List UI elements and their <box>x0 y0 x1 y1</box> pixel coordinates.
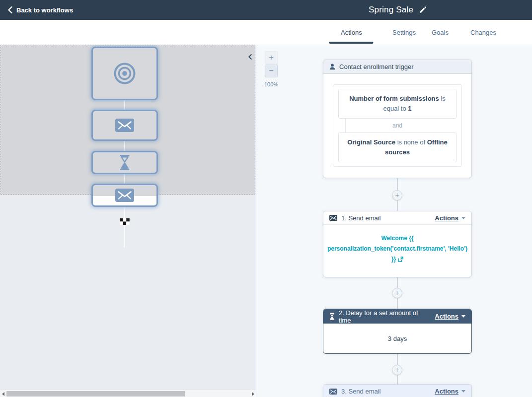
zoom-out-button[interactable]: − <box>265 65 278 77</box>
trigger-condition-2: Original Source is none of Offline sourc… <box>338 132 456 162</box>
workflow-title: Spring Sale <box>369 5 413 15</box>
tab-actions-label: Actions <box>341 29 362 36</box>
trigger-card-title: Contact enrollment trigger <box>339 63 414 70</box>
step-1-send-email-card[interactable]: 1. Send email Actions Welcome {{ persona… <box>323 211 472 277</box>
hourglass-icon <box>329 313 335 320</box>
add-action-button[interactable]: + <box>392 365 402 375</box>
logic-operator-label: and <box>392 122 402 129</box>
envelope-icon <box>329 389 337 395</box>
toolbar: Actions Settings Goals Changes Alerts De… <box>0 20 532 45</box>
envelope-icon <box>115 189 134 202</box>
step-3-actions-menu[interactable]: Actions <box>435 388 465 395</box>
zoom-level: 100% <box>260 81 282 87</box>
tab-goals-label: Goals <box>432 29 449 36</box>
step-2-delay-card[interactable]: 2. Delay for a set amount of time Action… <box>323 309 472 354</box>
step-3-send-email-card[interactable]: 3. Send email Actions <box>323 384 472 397</box>
add-action-button[interactable]: + <box>392 288 402 298</box>
tab-goals[interactable]: Goals <box>432 20 449 45</box>
minimap-panel <box>0 45 256 397</box>
delay-duration: 3 days <box>323 324 471 354</box>
envelope-icon <box>115 119 134 132</box>
horizontal-scrollbar <box>0 390 256 397</box>
collapse-minimap-button[interactable] <box>248 53 252 62</box>
external-link-icon <box>398 257 403 262</box>
tab-actions[interactable]: Actions <box>341 20 362 45</box>
caret-down-icon <box>461 315 465 318</box>
trigger-conditions-group: Number of form submissions is equal to 1… <box>333 84 462 167</box>
condition-operator: is none of <box>395 138 427 146</box>
checkered-flag-icon <box>120 218 130 227</box>
minimap-node-trigger[interactable] <box>91 47 158 100</box>
step-1-header: 1. Send email Actions <box>323 211 471 225</box>
trigger-condition-1: Number of form submissions is equal to 1 <box>338 89 456 119</box>
caret-down-icon <box>461 390 465 393</box>
top-bar: Back to workflows Spring Sale <box>0 0 532 20</box>
step-1-actions-menu[interactable]: Actions <box>435 214 465 222</box>
actions-label: Actions <box>435 214 458 222</box>
hourglass-icon <box>119 155 131 170</box>
back-label: Back to workflows <box>16 6 73 14</box>
scrollbar-thumb[interactable] <box>6 391 185 397</box>
step-3-title: 3. Send email <box>341 388 381 395</box>
caret-down-icon <box>461 217 465 219</box>
enrollment-trigger-card[interactable]: Contact enrollment trigger Number of for… <box>323 60 472 178</box>
condition-property: Number of form submissions <box>349 95 439 102</box>
tab-changes[interactable]: Changes <box>470 20 496 45</box>
chevron-left-icon <box>8 6 12 13</box>
minimap-node-delay[interactable] <box>91 151 158 174</box>
workflow-canvas: + − 100% Contact enrollment trigger Numb… <box>257 45 532 397</box>
scroll-left-arrow[interactable] <box>2 392 4 396</box>
tab-settings-label: Settings <box>392 29 416 36</box>
zoom-in-button[interactable]: + <box>265 51 278 64</box>
chevron-left-icon <box>248 54 252 60</box>
email-name-link[interactable]: Welcome {{ personalization_token('contac… <box>323 225 471 265</box>
email-link-text: Welcome {{ personalization_token('contac… <box>327 235 467 263</box>
add-action-button[interactable]: + <box>392 190 402 200</box>
step-3-header: 3. Send email Actions <box>323 385 471 397</box>
active-tab-underline <box>329 42 374 44</box>
tab-changes-label: Changes <box>470 29 496 36</box>
scroll-right-arrow[interactable] <box>252 392 254 396</box>
minimap-node-send-email-2[interactable] <box>91 184 158 207</box>
edit-pencil-icon[interactable] <box>419 6 426 13</box>
actions-label: Actions <box>435 388 458 395</box>
step-1-title: 1. Send email <box>341 214 381 222</box>
tab-bar: Actions Settings Goals Changes <box>0 20 532 45</box>
step-2-actions-menu[interactable]: Actions <box>435 313 465 320</box>
condition-connector-stub <box>345 119 346 132</box>
trigger-card-header: Contact enrollment trigger <box>323 60 471 74</box>
workflow-title-group: Spring Sale <box>328 0 467 20</box>
step-2-title: 2. Delay for a set amount of time <box>339 309 431 324</box>
tab-settings[interactable]: Settings <box>392 20 416 45</box>
condition-value: 1 <box>408 105 411 112</box>
condition-logic-row: and <box>338 119 456 132</box>
back-to-workflows-link[interactable]: Back to workflows <box>8 0 73 20</box>
condition-property: Original Source <box>347 138 395 146</box>
target-icon <box>113 62 136 85</box>
envelope-icon <box>329 215 337 221</box>
step-2-header: 2. Delay for a set amount of time Action… <box>323 309 471 324</box>
minimap-node-send-email-1[interactable] <box>91 110 158 141</box>
actions-label: Actions <box>435 313 458 320</box>
contact-person-icon <box>329 64 335 70</box>
